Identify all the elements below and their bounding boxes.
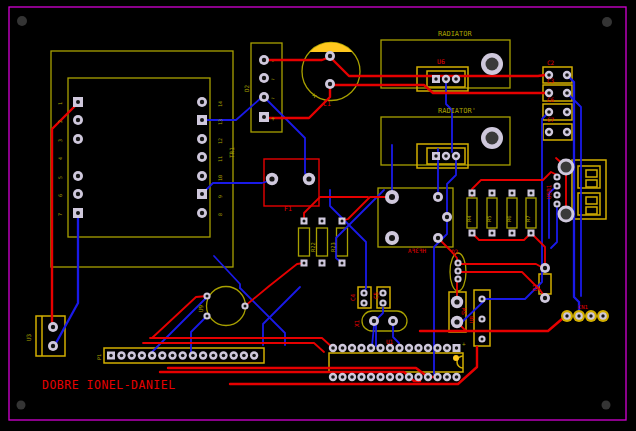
tr1-pin-label: 8 <box>217 213 223 216</box>
label-c1: C1 <box>323 100 331 108</box>
d2-pin-mark: ~ <box>271 94 275 101</box>
tr1-pin-label: 10 <box>217 175 223 181</box>
tr1-pin-label: 3 <box>57 139 63 142</box>
label-c5: C5 <box>372 291 379 299</box>
label-u6: U6 <box>437 58 445 66</box>
tr1-pin-label: 14 <box>217 101 223 107</box>
label-sw: SW <box>460 307 467 315</box>
designer-name-text: DOBRE IONEL-DANIEL <box>42 378 176 392</box>
label-c3: C3 <box>547 77 555 84</box>
label-u9: U9 <box>197 304 204 312</box>
label-relay-mirrored: HF3FA <box>408 247 426 254</box>
label-radiator-bottom: RADIATOR' <box>438 107 476 115</box>
mount-hole[interactable] <box>17 16 27 26</box>
tr1-pin-label: 13 <box>217 119 223 125</box>
d2-pin-mark: - <box>271 57 275 64</box>
canvas-background <box>0 0 636 431</box>
label-x1: X1 <box>353 319 360 327</box>
label-q2: Q2 <box>451 248 459 255</box>
label-r5: R5 <box>486 215 492 222</box>
label-r4: R4 <box>466 215 472 222</box>
label-d1: D1 <box>531 283 538 291</box>
d2-pin-mark: ~ <box>271 75 275 82</box>
tr1-pin-label: 11 <box>217 156 223 162</box>
pcb-drawing: TR1 1 2 3 4 5 6 7 14 13 12 11 10 9 8 D2 … <box>0 0 636 431</box>
label-radiator-top: RADIATOR <box>438 30 473 38</box>
label-usb1: USB1 <box>545 184 552 199</box>
tr1-pin-label: 9 <box>217 195 223 198</box>
label-r7: R7 <box>525 215 531 222</box>
label-d2: D2 <box>243 84 250 92</box>
label-r23: R23 <box>330 242 336 252</box>
label-c6: C6 <box>547 96 555 103</box>
label-f1: F1 <box>284 205 292 213</box>
label-tr1: TR1 <box>228 147 235 158</box>
mount-hole[interactable] <box>17 401 26 410</box>
tr1-pin-label: 6 <box>57 194 63 197</box>
label-c7: C7 <box>547 116 555 123</box>
tr1-pin-label: 2 <box>57 120 63 123</box>
c1-polarity-mark: + <box>312 91 317 100</box>
label-cn1: CN1 <box>578 304 588 310</box>
label-u1: U1 <box>386 338 394 345</box>
label-r22: R22 <box>310 242 316 252</box>
mount-hole[interactable] <box>602 17 612 27</box>
d2-pin-mark: + <box>271 115 275 123</box>
tr1-pin-label: 4 <box>57 157 63 160</box>
tr1-pin-label: 12 <box>217 138 223 144</box>
mount-hole[interactable] <box>602 401 611 410</box>
tr1-pin-label: 7 <box>57 213 63 216</box>
label-c4: C4 <box>349 293 356 301</box>
label-p1: P1 <box>96 354 102 360</box>
u1-pin1-mark: + <box>462 340 466 347</box>
label-u3: U3 <box>25 333 32 341</box>
tr1-pin-label: 5 <box>57 176 63 179</box>
label-u8: U8 <box>468 315 475 323</box>
tr1-pin-label: 1 <box>57 102 63 105</box>
label-c2: C2 <box>547 59 555 66</box>
pcb-board-canvas: TR1 1 2 3 4 5 6 7 14 13 12 11 10 9 8 D2 … <box>0 0 636 431</box>
label-r6: R6 <box>506 215 512 222</box>
